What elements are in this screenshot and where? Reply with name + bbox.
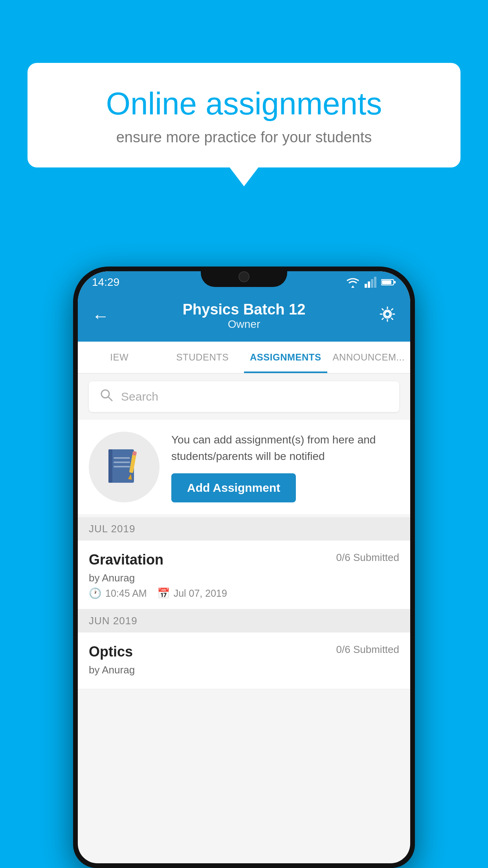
svg-rect-14 (114, 462, 130, 463)
assignment-item-gravitation[interactable]: Gravitation 0/6 Submitted by Anurag 🕐 10… (78, 541, 410, 609)
status-icons (346, 277, 396, 288)
assignment-by-optics: by Anurag (89, 664, 399, 676)
tab-iew[interactable]: IEW (78, 342, 161, 373)
clock-icon: 🕐 (89, 587, 101, 600)
phone-frame: 14:29 (73, 267, 415, 868)
svg-rect-13 (114, 457, 130, 459)
assignment-date: Jul 07, 2019 (174, 588, 227, 599)
wifi-icon (346, 277, 360, 288)
settings-button[interactable] (379, 305, 396, 327)
front-camera (238, 271, 250, 282)
month-jul-2019: JUL 2019 (78, 517, 410, 541)
speech-bubble-subtitle: ensure more practice for your students (51, 129, 437, 146)
svg-rect-1 (368, 281, 370, 288)
phone-screen: 14:29 (78, 271, 410, 863)
back-button[interactable]: ← (92, 306, 109, 326)
svg-line-11 (108, 397, 112, 401)
assignment-status: 0/6 Submitted (336, 552, 399, 564)
notebook-icon-wrap (89, 432, 160, 502)
calendar-icon: 📅 (157, 587, 170, 600)
assignment-time: 10:45 AM (105, 588, 147, 599)
svg-rect-0 (365, 284, 367, 288)
header-center: Physics Batch 12 Owner (109, 301, 379, 331)
assignment-header: Gravitation 0/6 Submitted (89, 552, 399, 568)
gear-icon (379, 305, 396, 323)
assignment-name-optics: Optics (89, 644, 133, 660)
date-meta: 📅 Jul 07, 2019 (157, 587, 227, 600)
speech-bubble-container: Online assignments ensure more practice … (28, 63, 460, 167)
assignment-name: Gravitation (89, 552, 163, 568)
assignment-prompt: You can add assignment(s) from here and … (78, 420, 410, 514)
assignment-header-optics: Optics 0/6 Submitted (89, 644, 399, 660)
svg-rect-16 (108, 449, 112, 483)
signal-icon (365, 277, 376, 288)
phone-notch (201, 267, 287, 287)
svg-rect-15 (114, 466, 130, 467)
svg-point-9 (385, 312, 390, 316)
search-icon (100, 388, 113, 405)
status-time: 14:29 (92, 276, 119, 289)
app-header: ← Physics Batch 12 Owner (78, 293, 410, 342)
assignment-item-optics[interactable]: Optics 0/6 Submitted by Anurag (78, 633, 410, 689)
assignment-status-optics: 0/6 Submitted (336, 644, 399, 656)
time-meta: 🕐 10:45 AM (89, 587, 147, 600)
month-jun-2019: JUN 2019 (78, 609, 410, 633)
tab-assignments[interactable]: ASSIGNMENTS (244, 342, 327, 373)
search-bar[interactable]: Search (89, 381, 399, 412)
speech-bubble-title: Online assignments (51, 86, 437, 121)
batch-subtitle: Owner (109, 318, 379, 331)
tabs: IEW STUDENTS ASSIGNMENTS ANNOUNCEM... (78, 342, 410, 373)
svg-rect-3 (374, 277, 376, 288)
batch-title: Physics Batch 12 (109, 301, 379, 318)
prompt-content: You can add assignment(s) from here and … (171, 432, 399, 502)
add-assignment-button[interactable]: Add Assignment (171, 473, 296, 502)
svg-rect-5 (394, 281, 396, 283)
assignment-meta: 🕐 10:45 AM 📅 Jul 07, 2019 (89, 587, 399, 600)
prompt-text: You can add assignment(s) from here and … (171, 432, 399, 465)
notebook-icon (106, 447, 142, 487)
tab-students[interactable]: STUDENTS (161, 342, 244, 373)
svg-rect-19 (132, 451, 137, 456)
speech-bubble: Online assignments ensure more practice … (28, 63, 460, 167)
assignment-by: by Anurag (89, 572, 399, 584)
battery-icon (381, 278, 396, 286)
tab-announcements[interactable]: ANNOUNCEM... (327, 342, 411, 373)
svg-rect-6 (382, 280, 391, 284)
search-placeholder: Search (121, 390, 158, 403)
svg-rect-2 (371, 279, 373, 288)
